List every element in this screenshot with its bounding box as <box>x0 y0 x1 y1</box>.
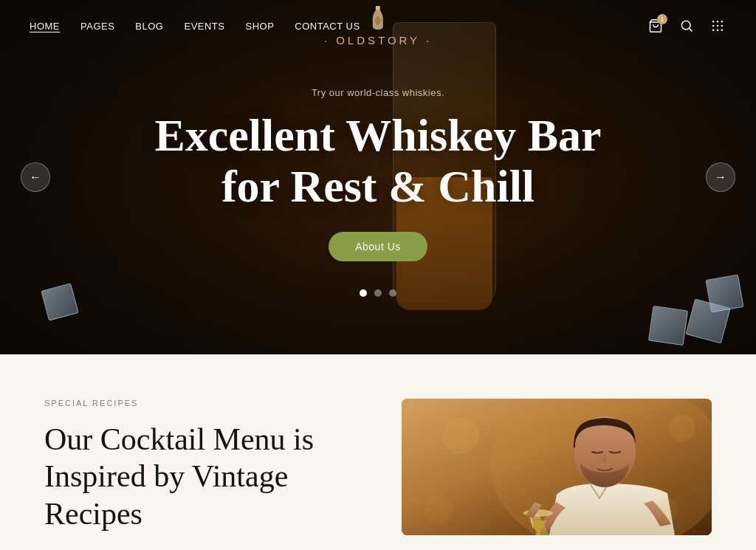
hero-section: ← Try our world-class whiskies. Excellen… <box>0 0 756 354</box>
about-us-button[interactable]: About Us <box>329 232 427 261</box>
heading-line1: Our Cocktail Menu is <box>44 422 314 456</box>
hero-dot-2[interactable] <box>374 289 382 297</box>
nav-actions: 1 <box>647 17 726 35</box>
svg-point-7 <box>721 21 724 23</box>
recipes-section: SPECIAL RECIPES Our Cocktail Menu is Ins… <box>0 354 756 550</box>
hero-dot-3[interactable] <box>389 289 396 297</box>
svg-point-11 <box>712 30 715 32</box>
svg-point-20 <box>442 417 479 454</box>
hero-dot-1[interactable] <box>360 289 367 297</box>
nav-events[interactable]: EVENTS <box>184 21 224 32</box>
svg-point-1 <box>375 16 381 25</box>
cart-badge: 1 <box>657 14 667 24</box>
hero-title-line2: for Rest & Chill <box>221 161 535 211</box>
hero-dots <box>360 289 396 297</box>
navbar: HOME PAGES BLOG EVENTS SHOP CONTACT US ·… <box>0 0 756 52</box>
site-logo[interactable]: · OLDSTORY · <box>324 6 432 47</box>
svg-point-13 <box>721 30 724 32</box>
hero-subtitle: Try our world-class whiskies. <box>312 87 444 98</box>
svg-point-6 <box>717 21 719 23</box>
search-icon[interactable] <box>678 17 695 35</box>
nav-blog[interactable]: BLOG <box>135 21 163 32</box>
bartender-image <box>402 399 712 535</box>
svg-point-5 <box>712 21 715 23</box>
logo-text: · OLDSTORY · <box>324 34 432 47</box>
svg-line-4 <box>690 29 693 32</box>
heading-line3: Recipes <box>44 497 142 531</box>
bottle-icon <box>371 6 385 32</box>
nav-links: HOME PAGES BLOG EVENTS SHOP CONTACT US <box>30 21 360 32</box>
heading-line2: Inspired by Vintage <box>44 459 288 493</box>
svg-point-22 <box>656 498 678 520</box>
hero-content: Try our world-class whiskies. Excellent … <box>0 0 756 354</box>
section-label: SPECIAL RECIPES <box>44 399 357 408</box>
hero-title: Excellent Whiskey Bar for Rest & Chill <box>154 110 601 210</box>
recipes-text: SPECIAL RECIPES Our Cocktail Menu is Ins… <box>44 399 357 532</box>
bartender-photo <box>402 399 712 535</box>
cart-icon[interactable]: 1 <box>647 17 664 35</box>
svg-point-3 <box>681 21 690 30</box>
section-heading: Our Cocktail Menu is Inspired by Vintage… <box>44 421 357 532</box>
nav-pages[interactable]: PAGES <box>80 21 114 32</box>
svg-point-9 <box>717 25 719 27</box>
svg-point-12 <box>717 30 719 32</box>
svg-rect-0 <box>376 6 380 10</box>
svg-point-8 <box>712 25 715 27</box>
nav-shop[interactable]: SHOP <box>245 21 274 32</box>
grid-icon[interactable] <box>709 17 726 35</box>
svg-point-21 <box>669 415 695 441</box>
svg-point-23 <box>424 495 453 524</box>
svg-point-10 <box>721 25 724 27</box>
hero-title-line1: Excellent Whiskey Bar <box>154 110 601 160</box>
nav-home[interactable]: HOME <box>30 21 60 32</box>
hero-next-button[interactable]: → <box>706 162 735 192</box>
